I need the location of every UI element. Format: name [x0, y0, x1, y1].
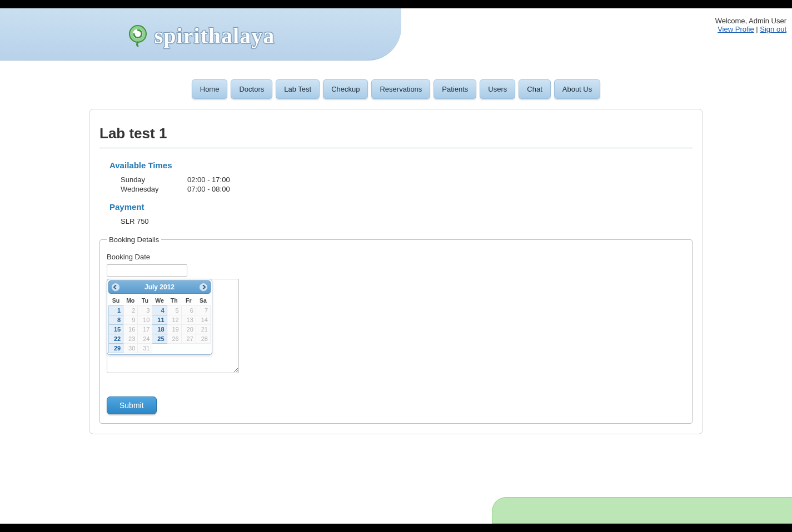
calendar-day-disabled: 14	[196, 315, 210, 325]
time-range: 07:00 - 08:00	[187, 185, 230, 193]
calendar-day-active[interactable]: 25	[152, 334, 167, 344]
title-divider	[99, 148, 693, 148]
booking-date-label: Booking Date	[107, 253, 685, 261]
prev-month-button[interactable]	[111, 283, 120, 292]
nav-doctors[interactable]: Doctors	[231, 79, 272, 99]
sep: |	[754, 25, 760, 33]
dow-header: We	[152, 295, 167, 306]
view-profile-link[interactable]: View Profie	[718, 25, 754, 33]
nav-checkup[interactable]: Checkup	[323, 79, 368, 99]
time-day: Wednesday	[121, 185, 165, 193]
calendar-day-disabled: 6	[181, 306, 196, 315]
calendar-day-disabled: 21	[196, 325, 210, 334]
nav-lab-test[interactable]: Lab Test	[276, 79, 320, 99]
datepicker-header: July 2012	[108, 280, 211, 294]
calendar-day-disabled: 24	[138, 334, 152, 344]
sign-out-link[interactable]: Sign out	[760, 25, 786, 33]
nav-chat[interactable]: Chat	[519, 79, 550, 99]
window-top-bar	[0, 0, 792, 8]
payment-value: SLR 750	[121, 217, 693, 225]
calendar-day-active[interactable]: 29	[109, 344, 123, 353]
datepicker: July 2012 SuMoTuWeThFrSa 123456789101112…	[107, 279, 212, 355]
calendar-day-active[interactable]: 1	[109, 306, 123, 315]
time-row: Sunday02:00 - 17:00	[121, 175, 693, 184]
calendar-day-disabled: 9	[123, 315, 138, 325]
payment-heading: Payment	[109, 202, 693, 212]
calendar-day-disabled: 23	[123, 334, 138, 344]
calendar-day-disabled: 7	[196, 306, 210, 315]
next-month-button[interactable]	[199, 283, 208, 292]
dow-header: Fr	[181, 295, 196, 306]
chevron-left-icon	[113, 285, 118, 289]
calendar-day-disabled: 17	[138, 325, 152, 334]
available-times-list: Sunday02:00 - 17:00Wednesday07:00 - 08:0…	[121, 175, 693, 193]
brand-title: spirithalaya	[155, 23, 275, 49]
calendar-day-disabled: 10	[138, 315, 152, 325]
calendar-empty	[152, 344, 167, 353]
calendar-empty	[167, 344, 181, 353]
main-nav: HomeDoctorsLab TestCheckupReservationsPa…	[0, 79, 792, 99]
dow-header: Th	[167, 295, 181, 306]
page-title: Lab test 1	[99, 125, 693, 142]
calendar-day-active[interactable]: 15	[109, 325, 123, 334]
calendar-day-disabled: 16	[123, 325, 138, 334]
calendar-empty	[181, 344, 196, 353]
dow-header: Su	[109, 295, 123, 306]
dow-header: Sa	[196, 295, 210, 306]
content-panel: Lab test 1 Available Times Sunday02:00 -…	[89, 109, 703, 434]
calendar-day-active[interactable]: 11	[152, 315, 167, 325]
submit-button[interactable]: Submit	[107, 397, 157, 414]
calendar-day-disabled: 12	[167, 315, 181, 325]
calendar-day-disabled: 31	[138, 344, 152, 353]
booking-legend: Booking Details	[107, 235, 161, 244]
nav-patients[interactable]: Patients	[434, 79, 476, 99]
calendar-day-active[interactable]: 8	[109, 315, 123, 325]
calendar-day-disabled: 19	[167, 325, 181, 334]
calendar-day-disabled: 5	[167, 306, 181, 315]
nav-home[interactable]: Home	[192, 79, 228, 99]
nav-reservations[interactable]: Reservations	[371, 79, 430, 99]
calendar-day-active[interactable]: 4	[152, 306, 167, 315]
datepicker-title: July 2012	[145, 283, 175, 291]
chevron-right-icon	[201, 285, 206, 289]
calendar-day-disabled: 26	[167, 334, 181, 344]
datepicker-grid: SuMoTuWeThFrSa 1234567891011121314151617…	[108, 295, 211, 353]
welcome-text: Welcome, Admin User	[715, 17, 786, 25]
calendar-day-disabled: 28	[196, 334, 210, 344]
calendar-day-disabled: 27	[181, 334, 196, 344]
time-day: Sunday	[121, 175, 165, 184]
dow-header: Tu	[138, 295, 152, 306]
calendar-day-disabled: 30	[123, 344, 138, 353]
calendar-day-disabled: 2	[123, 306, 138, 315]
calendar-empty	[196, 344, 210, 353]
nav-users[interactable]: Users	[480, 79, 515, 99]
available-times-heading: Available Times	[109, 160, 693, 170]
booking-date-input[interactable]	[107, 264, 187, 277]
time-row: Wednesday07:00 - 08:00	[121, 185, 693, 193]
time-range: 02:00 - 17:00	[187, 175, 230, 184]
spiral-logo-icon	[127, 24, 149, 47]
booking-details-fieldset: Booking Details Booking Date July 2012	[99, 235, 693, 424]
brand-header: spirithalaya	[0, 8, 401, 61]
dow-header: Mo	[123, 295, 138, 306]
calendar-day-disabled: 20	[181, 325, 196, 334]
calendar-day-active[interactable]: 18	[152, 325, 167, 334]
calendar-day-disabled: 13	[181, 315, 196, 325]
calendar-day-disabled: 3	[138, 306, 152, 315]
nav-about-us[interactable]: About Us	[554, 79, 600, 99]
calendar-day-active[interactable]: 22	[109, 334, 123, 344]
